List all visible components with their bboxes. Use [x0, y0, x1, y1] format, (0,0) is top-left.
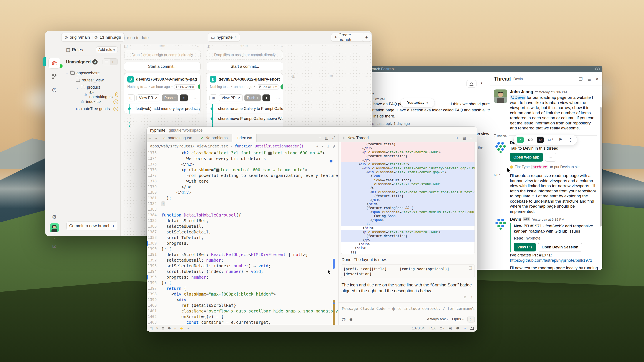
- start-commit-button[interactable]: Start a commit...: [124, 62, 200, 71]
- view-pr-button[interactable]: View PR↗: [136, 94, 160, 101]
- project-switcher[interactable]: ▭hyprnote⇅: [208, 33, 240, 42]
- list-view-icon[interactable]: ☰: [103, 59, 110, 65]
- tab-ai-notetaking-tsx[interactable]: ai-notetaking.tsx: [159, 134, 196, 142]
- view-toggle[interactable]: ☰⊢: [102, 58, 118, 65]
- drop-files-zone[interactable]: Drop files to assign or commit directly: [124, 50, 200, 60]
- history-nav-button[interactable]: ◷: [48, 84, 60, 95]
- split-pane-icon[interactable]: ◫: [325, 136, 328, 140]
- git-branch-icon[interactable]: ⑂: [156, 326, 158, 330]
- new-thread-icon[interactable]: +: [456, 136, 458, 140]
- open-devin-session-button[interactable]: Open Devin Session: [538, 243, 582, 252]
- lane-menu-icon[interactable]: ⋯: [364, 74, 368, 78]
- more-actions-button[interactable]: ···: [545, 153, 556, 162]
- add-reaction-icon[interactable]: ☺⁺: [547, 137, 554, 143]
- thread-replies-link[interactable]: es Last reply 1 day ago: [370, 120, 410, 127]
- branch-card[interactable]: βdevin/1764380749-memory-pageNothing to …: [124, 73, 200, 114]
- search-icon[interactable]: ⌕: [174, 326, 176, 330]
- message-hover-toolbar[interactable]: ✓D☺⁺⚑⋮: [514, 135, 577, 145]
- replies-count[interactable]: 7 replies: [494, 134, 507, 137]
- branch-card[interactable]: βdevin/1764380912-gallery-shortcutsNothi…: [207, 73, 283, 134]
- back-icon[interactable]: ←: [147, 136, 153, 140]
- add-rule-button[interactable]: Add rule +: [96, 46, 118, 53]
- commit-row[interactable]: chore: rename Gallery to Prompt Gallery …: [207, 104, 283, 114]
- copy-icon[interactable]: ❐: [469, 266, 472, 271]
- archive-command-chip[interactable]: archive: [532, 165, 548, 169]
- branches-nav-button[interactable]: [48, 71, 60, 82]
- assistant-sparkle-icon[interactable]: ✦: [464, 326, 466, 330]
- open-in-window-icon[interactable]: ❐: [579, 76, 583, 82]
- outline-icon[interactable]: ≣: [162, 326, 164, 330]
- select-icon[interactable]: ➤: [322, 144, 324, 148]
- diagnostics-icon[interactable]: ⚉: [456, 326, 459, 330]
- tree-file-row[interactable]: ⚛ai-notetaking.tsx✎: [64, 91, 120, 98]
- lane-collapse-icon[interactable]: ◫: [292, 74, 295, 78]
- editor-scrollbar[interactable]: [333, 150, 334, 325]
- code-actions-icon[interactable]: ≶: [333, 144, 335, 148]
- code-editor[interactable]: 1373 <h2 className="text-3xl font-serif …: [147, 150, 338, 325]
- collapse-expand-toggle[interactable]: ⌃⌄: [48, 234, 60, 240]
- start-commit-button[interactable]: Start a commit...: [207, 62, 283, 71]
- diff-card[interactable]: {feature.title} </h3> <p className="text…: [341, 142, 475, 254]
- lane-menu-icon[interactable]: ⋯: [197, 44, 200, 48]
- maximize-pane-icon[interactable]: ⤢: [332, 136, 335, 140]
- commit-row[interactable]: feat(web): add memory layer product page: [124, 104, 200, 114]
- commit-to-new-branch-button[interactable]: Commit to new branch+: [66, 221, 117, 230]
- project-panel-icon[interactable]: ◫: [150, 326, 153, 330]
- agent-input-area[interactable]: Message Claude Code — @ to include conte…: [338, 302, 477, 325]
- view-pr-button[interactable]: View PR↗: [219, 94, 243, 101]
- language-mode[interactable]: TSX: [429, 326, 436, 330]
- more-options-icon[interactable]: ⋯: [194, 95, 198, 100]
- more-options-icon[interactable]: ⋯: [276, 95, 280, 100]
- forward-icon[interactable]: →: [153, 136, 159, 140]
- date-divider-pill[interactable]: Yesterday∨: [400, 98, 435, 107]
- thread-options-icon[interactable]: ≣: [588, 76, 591, 82]
- lane-collapse-icon[interactable]: ◫: [124, 44, 128, 48]
- ai-actions-button[interactable]: ✦: [362, 33, 371, 42]
- user-mention[interactable]: @Devin: [510, 95, 526, 100]
- open-web-app-button[interactable]: Open web app: [510, 153, 543, 162]
- lane-menu-icon[interactable]: ⋯: [280, 44, 283, 48]
- message-author[interactable]: John Jeong: [510, 89, 533, 94]
- bookmark-icon[interactable]: ⚑: [557, 137, 564, 143]
- lane-collapse-icon[interactable]: ◫: [207, 44, 210, 48]
- github-pr-link[interactable]: https://github.com/fastrepl/hyprnote/pul…: [510, 258, 598, 263]
- account-button[interactable]: [48, 222, 60, 233]
- help-icon[interactable]: ?: [595, 67, 600, 71]
- expand-input-icon[interactable]: ↗: [470, 306, 474, 310]
- tree-folder-row[interactable]: ⌄routes/_view: [64, 77, 120, 84]
- tab-index-tsx[interactable]: index.tsx: [232, 134, 256, 142]
- ci-status-badge[interactable]: ✓Passed: [280, 84, 283, 89]
- check-reaction[interactable]: ✓: [517, 137, 524, 143]
- drop-files-zone[interactable]: Drop files to assign or commit directly: [207, 50, 283, 60]
- message-author[interactable]: Devin: [510, 217, 521, 222]
- model-select[interactable]: Opus ∨: [452, 317, 464, 321]
- eyes-reaction[interactable]: [527, 137, 534, 143]
- more-options-icon[interactable]: ⋮: [480, 81, 484, 86]
- close-icon[interactable]: ×: [596, 76, 598, 81]
- assign-button[interactable]: ⊞: [210, 94, 217, 101]
- add-context-icon[interactable]: ⊕: [349, 317, 353, 322]
- drag-handle-icon[interactable]: ∷∷∷: [210, 44, 280, 48]
- history-list-icon[interactable]: ▤: [462, 136, 466, 140]
- cursor-position[interactable]: 1370:34: [412, 326, 424, 330]
- settings-button[interactable]: ⚙: [48, 212, 60, 222]
- notifications-button[interactable]: [466, 80, 476, 87]
- slack-search-bar[interactable]: earch Fastrepl ?: [368, 66, 602, 72]
- tab-no-problems[interactable]: ✓No problems: [196, 134, 232, 142]
- view-pr-button[interactable]: View PR: [514, 243, 536, 252]
- drag-handle-icon[interactable]: ∷∷∷: [128, 44, 197, 48]
- push-button[interactable]: Push↑: [162, 94, 178, 101]
- terminal-icon[interactable]: ▣: [448, 326, 452, 330]
- breadcrumb[interactable]: apps/web/src/routes/_view/index.tsx › fu…: [147, 142, 338, 150]
- ci-status-badge[interactable]: ✓Passed: [198, 84, 200, 89]
- tree-folder-row[interactable]: ⌄apps/web/src: [64, 69, 120, 77]
- scroll-up-icon[interactable]: ↑: [471, 295, 473, 300]
- new-tab-icon[interactable]: +: [319, 136, 321, 140]
- assign-button[interactable]: ⊞: [127, 94, 135, 101]
- tree-file-row[interactable]: ⚛index.tsx✎: [64, 98, 120, 105]
- ai-commit-button[interactable]: ✦: [262, 94, 270, 101]
- tree-file-row[interactable]: TSrouteTree.gen.ts✎: [64, 105, 120, 112]
- editor-titlebar[interactable]: hyprnote gitbutler/workspace: [147, 127, 477, 134]
- pr-link-pill[interactable]: PR #1982: [256, 84, 279, 89]
- insert-mode-icon[interactable]: I: [327, 144, 330, 148]
